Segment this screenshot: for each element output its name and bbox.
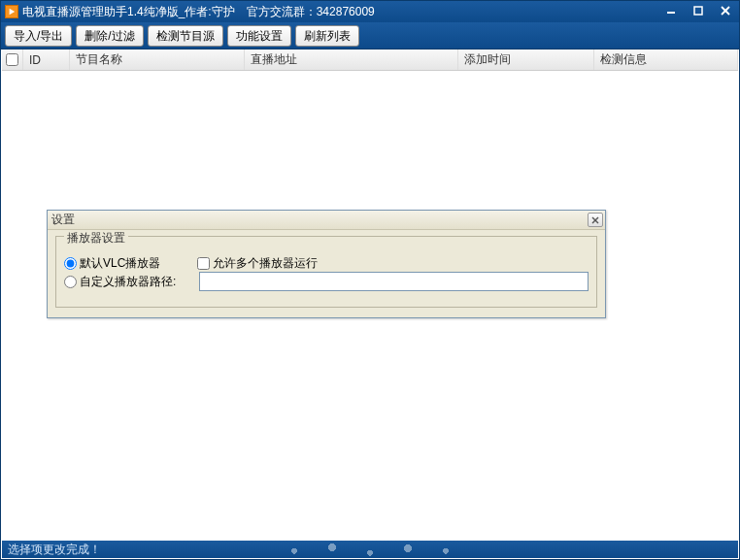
default-vlc-radio[interactable]: [64, 257, 77, 270]
player-settings-group: 播放器设置 默认VLC播放器 允许多个播放器运行 自定义播放器路径:: [55, 236, 597, 308]
minimize-button[interactable]: [657, 1, 685, 20]
settings-dialog: 设置 播放器设置 默认VLC播放器 允许多个播放器运行: [47, 210, 606, 318]
import-export-button[interactable]: 导入/导出: [5, 25, 72, 47]
window-title: 电视直播源管理助手1.4纯净版_作者:守护 官方交流群：342876009: [22, 4, 375, 20]
window-controls: [657, 1, 739, 22]
default-vlc-label: 默认VLC播放器: [80, 255, 160, 272]
column-time[interactable]: 添加时间: [458, 49, 594, 70]
refresh-button[interactable]: 刷新列表: [295, 25, 359, 47]
toolbar: 导入/导出 删除/过滤 检测节目源 功能设置 刷新列表: [1, 22, 739, 49]
column-checkbox: [2, 49, 23, 70]
dialog-body: 播放器设置 默认VLC播放器 允许多个播放器运行 自定义播放器路径:: [48, 230, 605, 317]
svg-rect-2: [694, 7, 702, 15]
custom-path-radio[interactable]: [64, 276, 77, 288]
group-legend: 播放器设置: [64, 230, 128, 247]
custom-path-label: 自定义播放器路径:: [80, 274, 176, 290]
table-header: ID 节目名称 直播地址 添加时间 检测信息: [2, 49, 738, 71]
dialog-titlebar[interactable]: 设置: [48, 211, 605, 230]
status-message: 选择项更改完成！: [8, 542, 101, 558]
settings-button[interactable]: 功能设置: [227, 25, 291, 47]
custom-path-input[interactable]: [199, 272, 589, 291]
dialog-close-button[interactable]: [588, 213, 603, 227]
dialog-title: 设置: [51, 212, 75, 228]
delete-filter-button[interactable]: 删除/过滤: [76, 25, 143, 47]
column-url[interactable]: 直播地址: [245, 49, 458, 70]
select-all-checkbox[interactable]: [6, 53, 18, 66]
column-id[interactable]: ID: [23, 49, 70, 70]
content-area: ID 节目名称 直播地址 添加时间 检测信息 设置 播放器设置 默认VLC播放器: [2, 49, 738, 540]
maximize-button[interactable]: [685, 1, 712, 20]
allow-multi-option[interactable]: 允许多个播放器运行: [197, 255, 318, 272]
column-info[interactable]: 检测信息: [594, 49, 738, 70]
close-button[interactable]: [712, 1, 739, 20]
allow-multi-checkbox[interactable]: [197, 257, 210, 270]
column-name[interactable]: 节目名称: [70, 49, 245, 70]
status-decoration: [244, 541, 496, 558]
check-source-button[interactable]: 检测节目源: [148, 25, 223, 47]
status-bar: 选择项更改完成！: [2, 541, 738, 558]
svg-marker-0: [10, 9, 16, 15]
title-bar: 电视直播源管理助手1.4纯净版_作者:守护 官方交流群：342876009: [1, 1, 739, 22]
app-icon: [5, 5, 18, 18]
allow-multi-label: 允许多个播放器运行: [213, 255, 318, 272]
default-vlc-option[interactable]: 默认VLC播放器: [64, 255, 160, 272]
custom-path-option[interactable]: 自定义播放器路径:: [64, 274, 176, 290]
